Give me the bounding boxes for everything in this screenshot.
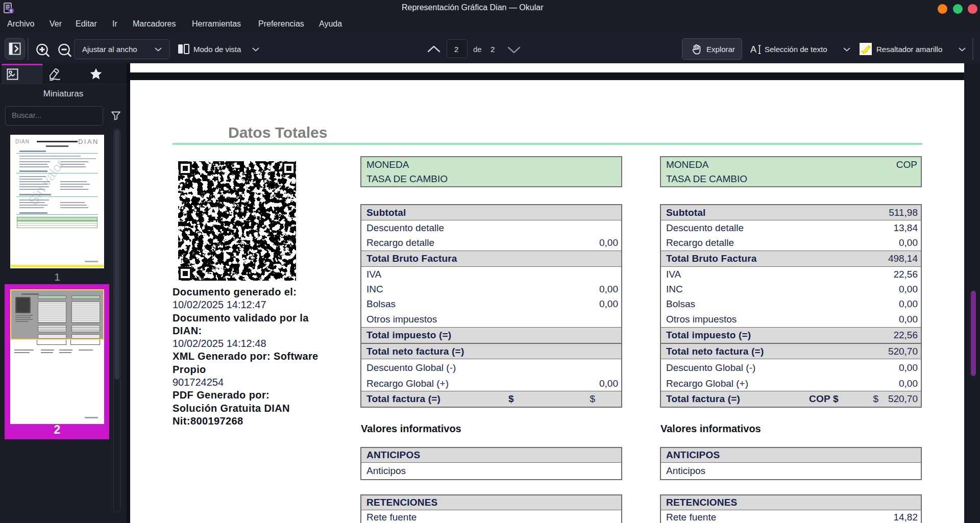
svg-text:A: A [750,44,756,55]
